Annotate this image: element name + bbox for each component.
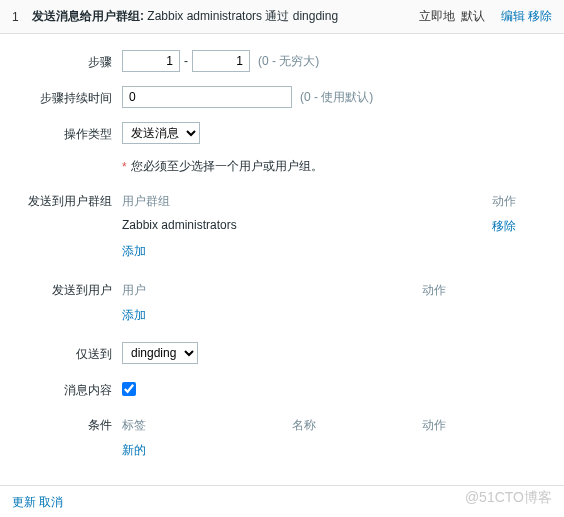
conditions-label: 条件: [12, 413, 122, 463]
operation-desc-prefix: 发送消息给用户群组:: [32, 9, 147, 23]
conditions-col-tag: 标签: [122, 417, 292, 434]
msgcontent-checkbox[interactable]: [122, 382, 136, 396]
steps-to-input[interactable]: [192, 50, 250, 72]
usergroups-table: 用户群组 动作 Zabbix administrators 移除 添加: [122, 189, 552, 264]
duration-label: 步骤持续时间: [12, 86, 122, 108]
duration-input[interactable]: [122, 86, 292, 108]
user-add-link[interactable]: 添加: [122, 307, 146, 324]
usergroup-add-link[interactable]: 添加: [122, 243, 146, 260]
steps-hint: (0 - 无穷大): [258, 53, 319, 70]
cancel-link[interactable]: 取消: [39, 495, 63, 509]
operation-actions: 编辑 移除: [501, 8, 552, 25]
optype-label: 操作类型: [12, 122, 122, 144]
operation-form: 步骤 - (0 - 无穷大) 步骤持续时间 (0 - 使用默认) 操作类型 发送…: [0, 34, 564, 485]
usergroup-remove-link[interactable]: 移除: [492, 219, 516, 233]
usergroups-col-name: 用户群组: [122, 193, 492, 210]
sendonly-label: 仅送到: [12, 342, 122, 364]
duration-hint: (0 - 使用默认): [300, 89, 373, 106]
condition-new-link[interactable]: 新的: [122, 442, 146, 459]
users-col-name: 用户: [122, 282, 422, 299]
timing-default: 默认: [461, 8, 485, 25]
operation-header: 1 发送消息给用户群组: Zabbix administrators 通过 di…: [0, 0, 564, 34]
usergroups-col-action: 动作: [492, 193, 552, 210]
optype-select[interactable]: 发送消息: [122, 122, 200, 144]
msgcontent-label: 消息内容: [12, 378, 122, 399]
steps-label: 步骤: [12, 50, 122, 72]
operation-description: 发送消息给用户群组: Zabbix administrators 通过 ding…: [32, 8, 411, 25]
update-link[interactable]: 更新: [12, 495, 36, 509]
conditions-table: 标签 名称 动作 新的: [122, 413, 552, 463]
required-message: *您必须至少选择一个用户或用户组。: [122, 158, 552, 175]
users-table: 用户 动作 添加: [122, 278, 552, 328]
steps-dash: -: [184, 54, 188, 68]
edit-link[interactable]: 编辑: [501, 9, 525, 23]
remove-link[interactable]: 移除: [528, 9, 552, 23]
usergroups-label: 发送到用户群组: [12, 189, 122, 264]
conditions-col-name: 名称: [292, 417, 422, 434]
required-text: 您必须至少选择一个用户或用户组。: [131, 158, 323, 175]
users-label: 发送到用户: [12, 278, 122, 328]
form-footer: 更新 取消: [0, 485, 564, 517]
steps-from-input[interactable]: [122, 50, 180, 72]
operation-number: 1: [12, 10, 32, 24]
required-star: *: [122, 160, 127, 174]
timing-immediate: 立即地: [419, 8, 455, 25]
sendonly-select[interactable]: dingding: [122, 342, 198, 364]
operation-timing: 立即地 默认: [419, 8, 485, 25]
table-row: Zabbix administrators 移除: [122, 214, 552, 239]
usergroup-name: Zabbix administrators: [122, 218, 492, 235]
conditions-col-action: 动作: [422, 417, 552, 434]
users-col-action: 动作: [422, 282, 552, 299]
operation-desc-value: Zabbix administrators 通过 dingding: [147, 9, 338, 23]
